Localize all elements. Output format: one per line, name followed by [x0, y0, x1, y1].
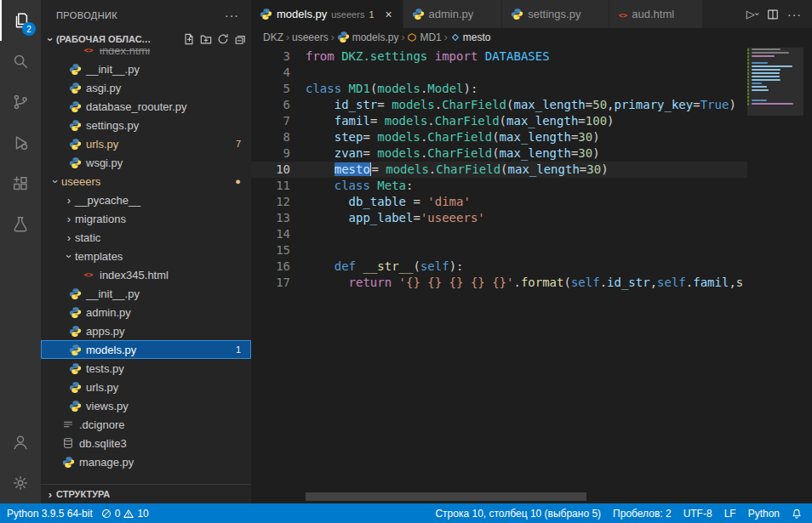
code-line-10[interactable]: 10 mesto= models.CharField(max_length=30… [251, 162, 747, 178]
encoding[interactable]: UTF-8 [683, 508, 712, 520]
breadcrumb-item-models-py[interactable]: models.py [337, 31, 399, 43]
outline-section-header[interactable]: › СТРУКТУРА [41, 484, 251, 503]
code-line-9[interactable]: 9 zvan= models.CharField(max_length=30) [251, 145, 747, 162]
minimap-bar [752, 86, 767, 88]
code-line-7[interactable]: 7 famil= models.CharField(max_length=100… [251, 113, 747, 129]
tree-item-index345-html[interactable]: <>index345.html [41, 265, 251, 284]
tree-item-models-py[interactable]: models.py1 [41, 340, 251, 359]
editor-more-actions-icon[interactable]: ··· [787, 8, 802, 21]
tree-item-label: apps.py [86, 325, 125, 338]
problems-indicator[interactable]: 010 [101, 508, 149, 520]
close-icon[interactable]: × [382, 8, 396, 21]
tree-item-index-html[interactable]: <>index.html [41, 48, 251, 60]
tab-settings-py[interactable]: settings.py× [502, 0, 609, 28]
tree-item-db-sqlite3[interactable]: db.sqlite3 [41, 434, 251, 452]
source-control-icon[interactable] [0, 82, 41, 122]
breadcrumb-separator: › [401, 31, 404, 43]
language-mode[interactable]: Python [748, 508, 780, 520]
code-line-3[interactable]: 3from DKZ.settings import DATABASES [251, 48, 747, 65]
indentation[interactable]: Пробелов: 2 [613, 508, 672, 520]
breadcrumb-item-MD1[interactable]: MD1 [407, 31, 441, 43]
breadcrumb-item-mesto[interactable]: mesto [450, 31, 491, 43]
errors-count[interactable]: 0 [101, 508, 121, 520]
new-folder-icon[interactable] [200, 33, 212, 45]
token: ( [563, 276, 570, 289]
horizontal-scrollbar[interactable] [306, 492, 586, 501]
testing-icon[interactable] [0, 204, 41, 245]
token: . [435, 98, 442, 111]
token: ): [449, 259, 464, 273]
tree-item-label: static [75, 231, 100, 244]
code-line-4[interactable]: 4 [251, 65, 747, 81]
settings-icon[interactable] [0, 463, 41, 503]
python-interpreter[interactable]: Python 3.9.5 64-bit [7, 508, 93, 520]
code-line-17[interactable]: 17 return '{} {} {} {} {}'.format(self.i… [251, 275, 747, 291]
views-more-actions-icon[interactable]: ··· [225, 9, 239, 22]
account-icon[interactable] [0, 422, 41, 463]
token: CharField [435, 114, 500, 128]
tree-item-admin-py[interactable]: admin.py [41, 303, 251, 321]
minimap-slider[interactable] [747, 48, 803, 116]
token: max_length [500, 130, 571, 144]
tab-aud-html[interactable]: <>aud.html× [609, 0, 703, 28]
minimap[interactable] [747, 48, 803, 503]
html-file-icon: <> [82, 48, 95, 57]
token: id_str [607, 276, 650, 289]
tree-item--init-py[interactable]: __init__.py [41, 284, 251, 303]
tree-item-templates[interactable]: ›templates [41, 247, 251, 265]
tree-item-manage-py[interactable]: manage.py [41, 452, 251, 471]
code-line-13[interactable]: 13 app_label='useeers' [251, 210, 747, 226]
token [306, 259, 335, 273]
code-editor[interactable]: 3from DKZ.settings import DATABASES45cla… [251, 48, 747, 503]
minimap-bar [752, 69, 781, 71]
collapse-all-icon[interactable] [234, 33, 246, 45]
workspace-section-header[interactable]: › (РАБОЧАЯ ОБЛАСТЬ) ... [41, 30, 251, 48]
tree-item-urls-py[interactable]: urls.py7 [41, 134, 251, 153]
tree-item-apps-py[interactable]: apps.py [41, 321, 251, 340]
split-editor-icon[interactable] [767, 9, 779, 20]
tree-item--init-py[interactable]: __init__.py [41, 60, 251, 78]
token: step [335, 130, 363, 144]
tree-item-settings-py[interactable]: settings.py [41, 116, 251, 134]
tree-item-useeers[interactable]: ›useeers● [41, 172, 251, 190]
explorer-icon[interactable]: 2 [0, 0, 41, 41]
code-line-12[interactable]: 12 db_table = 'dima' [251, 194, 747, 210]
breadcrumb-item-DKZ[interactable]: DKZ [263, 31, 283, 43]
code-line-15[interactable]: 15 [251, 242, 747, 259]
cursor-position[interactable]: Строка 10, столбец 10 (выбрано 5) [435, 508, 601, 520]
eol-sequence[interactable]: LF [724, 508, 736, 520]
code-line-8[interactable]: 8 step= models.CharField(max_length=30) [251, 129, 747, 145]
tree-item-migrations[interactable]: ›migrations [41, 209, 251, 228]
run-debug-icon[interactable] [0, 122, 41, 163]
breadcrumb-item-useeers[interactable]: useeers [292, 31, 329, 43]
python-file-icon [68, 324, 82, 338]
tab-models-py[interactable]: models.pyuseeers1× [251, 0, 403, 28]
new-file-icon[interactable] [183, 33, 195, 45]
refresh-icon[interactable] [217, 33, 229, 45]
tree-item-wsgi-py[interactable]: wsgi.py [41, 153, 251, 172]
tab-admin-py[interactable]: admin.py× [403, 0, 503, 28]
tree-item--dcignore[interactable]: .dcignore [41, 415, 251, 434]
code-line-16[interactable]: 16 def __str__(self): [251, 259, 747, 275]
breadcrumb-label: models.py [352, 31, 399, 43]
warnings-count[interactable]: 10 [123, 508, 148, 520]
tree-item--pycache-[interactable]: ›__pycache__ [41, 190, 251, 209]
tree-item-static[interactable]: ›static [41, 228, 251, 247]
tree-item-views-py[interactable]: views.py [41, 396, 251, 415]
run-python-file-button[interactable]: ▷› [746, 8, 758, 20]
code-line-6[interactable]: 6 id_str= models.CharField(max_length=50… [251, 97, 747, 113]
python-file-icon [68, 343, 82, 356]
token: CharField [427, 130, 492, 144]
ignore-file-icon [61, 418, 75, 431]
code-line-14[interactable]: 14 [251, 226, 747, 242]
search-icon[interactable] [0, 41, 41, 82]
tree-item-urls-py[interactable]: urls.py [41, 378, 251, 396]
notifications-bell[interactable] [792, 509, 802, 519]
code-line-5[interactable]: 5class MD1(models.Model): [251, 81, 747, 97]
extensions-icon[interactable] [0, 163, 41, 204]
tree-item-asgi-py[interactable]: asgi.py [41, 78, 251, 97]
tree-item-tests-py[interactable]: tests.py [41, 359, 251, 378]
code-line-11[interactable]: 11 class Meta: [251, 178, 747, 194]
line-text: zvan= models.CharField(max_length=30) [306, 145, 600, 162]
tree-item-database-roouter-py[interactable]: database_roouter.py [41, 97, 251, 116]
